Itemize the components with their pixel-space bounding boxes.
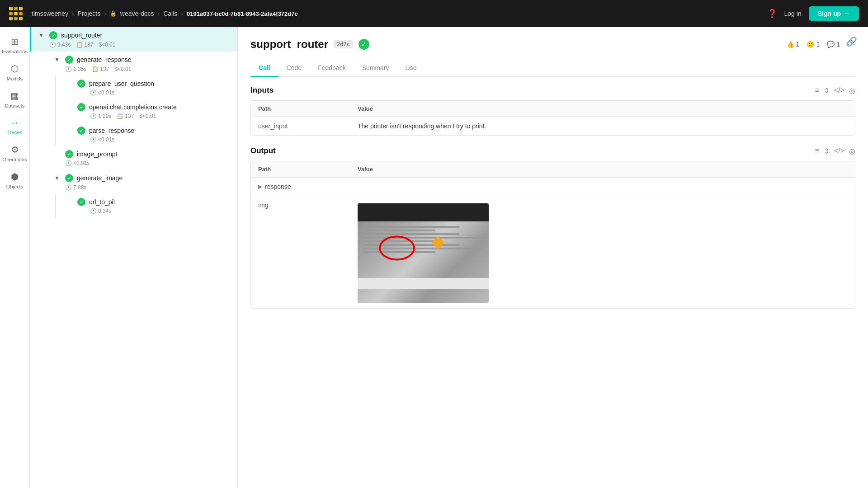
main-layout: ⊞ Evaluations ⬡ Models ▦ Datasets ↔ Trac…	[0, 27, 868, 488]
output-section-header: Output ≡ ⇕ </> ◎	[250, 146, 855, 155]
table-row: user_input The printer isn't responding …	[251, 117, 855, 135]
token-icon: 📋	[76, 42, 83, 48]
header: timssweeney › Projects › 🔒 weave-docs › …	[0, 0, 868, 27]
img-light-bar	[358, 278, 489, 289]
clock-icon: 🕐	[90, 208, 97, 214]
emoji-reaction-button[interactable]: 🙂 1	[807, 41, 820, 48]
image-prompt-meta: 🕐 <0.01s	[52, 160, 232, 166]
sidebar-label-models: Models	[7, 76, 23, 81]
table-row: img	[251, 196, 855, 308]
output-response-path: ▶ response	[258, 183, 358, 190]
trace-parse-response[interactable]: ✓ parse_response 🕐 <0.01s	[72, 123, 237, 146]
token-icon: 📋	[92, 66, 99, 72]
logo-dot	[14, 17, 18, 20]
image-prompt-name: image_prompt	[77, 150, 118, 158]
input-path-cell: user_input	[258, 122, 358, 130]
tab-call[interactable]: Call	[250, 60, 278, 77]
tab-use[interactable]: Use	[397, 60, 425, 77]
thumbs-up-count: 1	[796, 41, 800, 48]
operations-icon: ⚙	[11, 144, 19, 155]
sidebar-item-datasets[interactable]: ▦ Datasets	[1, 87, 28, 112]
token-icon: 📋	[117, 113, 123, 119]
output-img-value	[358, 202, 848, 303]
evaluations-icon: ⊞	[11, 36, 19, 47]
breadcrumb-projects[interactable]: Projects	[78, 10, 101, 17]
comment-icon: 💬	[827, 41, 835, 48]
expand-response-button[interactable]: ▶	[258, 183, 262, 190]
tab-feedback[interactable]: Feedback	[310, 60, 354, 77]
logo-grid	[9, 7, 23, 20]
path-column-header: Path	[258, 105, 358, 112]
traces-icon: ↔	[10, 117, 19, 128]
inputs-title: Inputs	[250, 86, 274, 95]
breadcrumb-project[interactable]: weave-docs	[120, 10, 154, 17]
trace-root-item[interactable]: ▼ ✓ support_router 🕐 9.43s 📋 137 $<0.01	[30, 27, 237, 52]
detail-header: support_router 2d7c ✓ 👍 1 🙂 1 💬 1 ⋯	[250, 38, 855, 51]
login-button[interactable]: Log in	[784, 10, 802, 17]
logo-dot	[14, 12, 18, 15]
out-path-column-header: Path	[258, 166, 358, 173]
root-trace-meta: 🕐 9.43s 📋 137 $<0.01	[37, 42, 232, 48]
logo-dot	[19, 17, 23, 20]
generate-response-name: generate_response	[77, 56, 132, 63]
trace-generate-image[interactable]: ▼ ✓ generate_image 🕐 7.88s	[47, 170, 237, 194]
signup-button[interactable]: Sign up →	[809, 6, 859, 21]
generate-image-name: generate_image	[77, 174, 123, 182]
share-icon[interactable]: 🔗	[846, 36, 857, 47]
prepare-name: prepare_user_question	[89, 80, 154, 87]
detail-title: support_router	[250, 38, 328, 51]
arrow-icon: →	[844, 10, 850, 17]
expand-root-button[interactable]: ▼	[37, 31, 46, 40]
help-icon[interactable]: ❓	[767, 9, 777, 19]
url-to-pil-name: url_to_pil	[89, 198, 115, 206]
signup-label: Sign up	[818, 10, 841, 17]
header-actions: ❓ Log in Sign up →	[767, 6, 859, 21]
out-value-column-header: Value	[358, 166, 848, 173]
sidebar-item-operations[interactable]: ⚙ Operations	[1, 141, 28, 166]
breadcrumb-calls[interactable]: Calls	[163, 10, 177, 17]
root-status-icon: ✓	[49, 31, 57, 39]
lock-icon: 🔒	[110, 10, 117, 17]
inputs-tools: ≡ ⇕ </> ◎	[815, 86, 855, 95]
breadcrumb: timssweeney › Projects › 🔒 weave-docs › …	[32, 10, 298, 17]
clock-icon: 🕐	[65, 160, 72, 166]
output-table: Path Value ▶ response img	[250, 161, 855, 309]
visibility-icon[interactable]: ◎	[849, 147, 855, 155]
tab-code[interactable]: Code	[278, 60, 310, 77]
sidebar-item-models[interactable]: ⬡ Models	[1, 60, 28, 85]
trace-url-to-pil[interactable]: ✓ url_to_pil 🕐 0.34s	[72, 194, 237, 218]
sidebar-item-objects[interactable]: ⬢ Objects	[1, 168, 28, 193]
comment-button[interactable]: 💬 1	[827, 41, 840, 48]
img-text-line	[362, 233, 460, 235]
visibility-icon[interactable]: ◎	[849, 86, 855, 95]
input-value-cell: The printer isn't responding when I try …	[358, 122, 848, 130]
expand-generate-response-button[interactable]: ▼	[52, 55, 61, 64]
parse-name: parse_response	[89, 127, 134, 134]
expand-icon[interactable]: ⇕	[824, 86, 830, 95]
sidebar-label-objects: Objects	[6, 184, 23, 189]
clock-icon: 🕐	[90, 136, 97, 143]
detail-badge: 2d7c	[334, 40, 353, 48]
sidebar-item-evaluations[interactable]: ⊞ Evaluations	[1, 33, 28, 58]
trace-prepare-user-question[interactable]: ✓ prepare_user_question 🕐 <0.01s	[72, 76, 237, 99]
thumbs-up-button[interactable]: 👍 1	[787, 41, 800, 48]
logo-dot	[14, 7, 18, 10]
tab-summary[interactable]: Summary	[354, 60, 397, 77]
trace-openai-completions[interactable]: ✓ openai.chat.completions.create 🕐 1.29s…	[72, 99, 237, 123]
code-icon[interactable]: </>	[834, 147, 844, 155]
generate-image-status-icon: ✓	[65, 174, 73, 182]
img-text-line	[362, 226, 460, 228]
expand-icon[interactable]: ⇕	[824, 147, 830, 155]
trace-image-prompt[interactable]: ✓ image_prompt 🕐 <0.01s	[47, 146, 237, 170]
breadcrumb-user[interactable]: timssweeney	[32, 10, 68, 17]
sidebar-item-traces[interactable]: ↔ Traces	[1, 114, 28, 139]
logo-dot	[19, 7, 23, 10]
expand-generate-image-button[interactable]: ▼	[52, 174, 61, 183]
list-view-icon[interactable]: ≡	[815, 147, 819, 155]
logo[interactable]	[9, 7, 23, 20]
list-view-icon[interactable]: ≡	[815, 86, 819, 95]
output-table-header: Path Value	[251, 161, 855, 178]
code-icon[interactable]: </>	[834, 86, 844, 95]
trace-generate-response[interactable]: ▼ ✓ generate_response 🕐 1.35s 📋 137 $<0.…	[47, 52, 237, 76]
emoji-count: 1	[816, 41, 820, 48]
